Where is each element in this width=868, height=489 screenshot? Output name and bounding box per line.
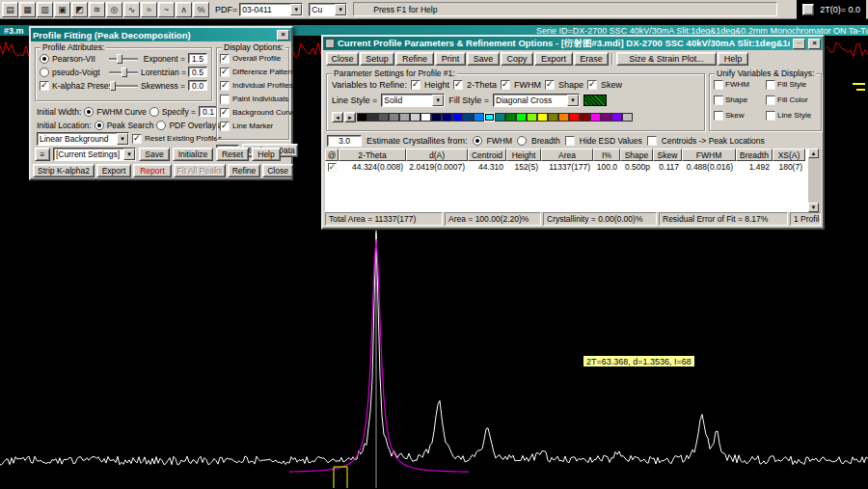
anode-select[interactable]: Cu	[309, 3, 347, 16]
table-header-cell[interactable]: I%	[593, 149, 620, 161]
minimize-icon[interactable]	[793, 39, 805, 49]
initialize-button[interactable]: Initialize	[173, 148, 213, 161]
specify-radio[interactable]	[149, 107, 159, 117]
scroll-up-icon[interactable]: ▲	[808, 149, 819, 158]
palette-color-swatch[interactable]	[357, 113, 367, 122]
pdf-select[interactable]: 03-0411	[239, 3, 303, 16]
table-header-cell[interactable]: @	[325, 149, 339, 161]
table-header-cell[interactable]: Area	[541, 149, 593, 161]
exponent-field[interactable]: 1.5	[188, 53, 207, 64]
table-header-cell[interactable]: XS(A)	[773, 149, 805, 161]
palette-color-swatch[interactable]	[420, 113, 431, 122]
menu-size-strain-button[interactable]: Size & Strain Plot...	[616, 52, 717, 66]
refine-button[interactable]: Refine	[228, 164, 260, 177]
palette-color-swatch[interactable]	[611, 113, 622, 122]
palette-color-swatch[interactable]	[516, 113, 527, 122]
palette-color-swatch[interactable]	[527, 113, 537, 122]
table-header-cell[interactable]: FWHM	[682, 149, 736, 161]
menu-print-button[interactable]: Print	[435, 52, 466, 66]
skew-checkbox[interactable]	[587, 80, 597, 90]
hide-esd-checkbox[interactable]	[565, 136, 575, 146]
palette-color-swatch[interactable]	[601, 113, 611, 122]
menu-setup-button[interactable]: Setup	[360, 52, 394, 66]
lorentzian-slider[interactable]	[109, 68, 138, 77]
fit-all-peaks-button[interactable]: Fit All Peaks	[174, 164, 226, 177]
percent-icon[interactable]: %	[193, 2, 209, 17]
fwhm-curve-radio[interactable]	[84, 107, 94, 117]
table-header-cell[interactable]: Skew	[653, 149, 682, 161]
palette-color-swatch[interactable]	[442, 113, 452, 122]
table-header-cell[interactable]: Shape	[620, 149, 653, 161]
palette-color-swatch[interactable]	[389, 113, 399, 122]
difference-pattern-checkbox[interactable]	[220, 68, 230, 77]
scroll-down-icon[interactable]: ▼	[808, 203, 819, 212]
palette-color-swatch[interactable]	[378, 113, 389, 122]
strip-kalpha2-button[interactable]: Strip K-alpha2	[33, 164, 95, 177]
individual-profiles-checkbox[interactable]	[220, 81, 230, 91]
chart-display-icon[interactable]: ◩	[71, 2, 88, 17]
copy-icon[interactable]: ▣	[54, 2, 70, 17]
estimate-fwhm-radio[interactable]	[473, 136, 482, 146]
palette-color-swatch[interactable]	[495, 113, 505, 122]
palette-color-swatch[interactable]	[474, 113, 484, 122]
minimized-window-button[interactable]	[802, 4, 814, 15]
paint-individuals-checkbox[interactable]	[220, 95, 230, 104]
centroids-checkbox[interactable]	[647, 136, 657, 146]
shape-checkbox[interactable]	[545, 80, 555, 90]
background-curve-checkbox[interactable]	[220, 108, 230, 118]
close-icon[interactable]	[277, 30, 289, 41]
crystallite-field[interactable]: 3.0	[327, 135, 362, 147]
palette-color-swatch[interactable]	[463, 113, 474, 122]
palette-color-swatch[interactable]	[622, 113, 633, 122]
print-icon[interactable]: ▥	[37, 2, 53, 17]
unify-fill-style-checkbox[interactable]	[766, 80, 775, 90]
table-header-cell[interactable]: Height	[506, 149, 541, 161]
save-button[interactable]: Save	[139, 148, 170, 161]
palette-color-swatch[interactable]	[548, 113, 558, 122]
exponent-slider[interactable]	[109, 54, 138, 64]
save-file-icon[interactable]: ▦	[19, 2, 36, 17]
palette-color-swatch[interactable]	[537, 113, 548, 122]
background-fit-icon[interactable]: ≈	[141, 2, 157, 17]
row-checkbox[interactable]	[328, 163, 337, 172]
chevron-down-icon[interactable]	[123, 149, 135, 160]
unify-shape-checkbox[interactable]	[714, 95, 723, 105]
close-button[interactable]: Close	[262, 164, 293, 177]
height-checkbox[interactable]	[411, 80, 420, 90]
table-header-cell[interactable]: Breadth	[736, 149, 773, 161]
specify-field[interactable]: 0.1	[199, 106, 218, 117]
pseudo-voigt-radio[interactable]	[40, 68, 49, 77]
palette-color-swatch[interactable]	[399, 113, 410, 122]
menu-help-button[interactable]: Help	[718, 52, 748, 66]
fill-style-select[interactable]: Diagonal Cross	[493, 94, 580, 107]
overlay-pattern-icon[interactable]: ≋	[89, 2, 105, 17]
chevron-down-icon[interactable]	[335, 4, 346, 15]
chevron-down-icon[interactable]	[567, 95, 579, 106]
palette-right-arrow[interactable]: ►	[344, 112, 356, 122]
palette-color-swatch[interactable]	[505, 113, 516, 122]
palette-color-swatch[interactable]	[558, 113, 569, 122]
palette-color-swatch[interactable]	[580, 113, 590, 122]
chevron-down-icon[interactable]	[290, 4, 302, 15]
presets-icon-button[interactable]: ≡	[35, 148, 50, 161]
profile-fit-icon[interactable]: ∧	[176, 2, 192, 17]
palette-color-swatch[interactable]	[590, 113, 601, 122]
menu-erase-button[interactable]: Erase	[574, 52, 609, 66]
skewness-field[interactable]: 0.0	[188, 80, 207, 91]
menu-close-button[interactable]: Close	[326, 52, 359, 66]
menu-copy-button[interactable]: Copy	[501, 52, 533, 66]
zoom-icon[interactable]: ◎	[106, 2, 122, 17]
smoothing-icon[interactable]: ~	[158, 2, 175, 17]
reset-existing-checkbox[interactable]	[132, 134, 142, 144]
menu-save-button[interactable]: Save	[467, 52, 500, 66]
palette-color-swatch[interactable]	[410, 113, 420, 122]
palette-left-arrow[interactable]: ◄	[332, 112, 343, 122]
unify-line-style-checkbox[interactable]	[766, 111, 775, 121]
chevron-down-icon[interactable]	[432, 95, 444, 106]
profile-parameters-titlebar[interactable]: Current Profile Parameters & Refinement …	[323, 37, 823, 50]
unify-fwhm-checkbox[interactable]	[714, 80, 723, 90]
peak-search-icon[interactable]: ∿	[123, 2, 140, 17]
help-button[interactable]: Help	[252, 148, 281, 161]
table-header-cell[interactable]: Centroid	[468, 149, 506, 161]
table-header-cell[interactable]: 2-Theta	[339, 149, 406, 161]
